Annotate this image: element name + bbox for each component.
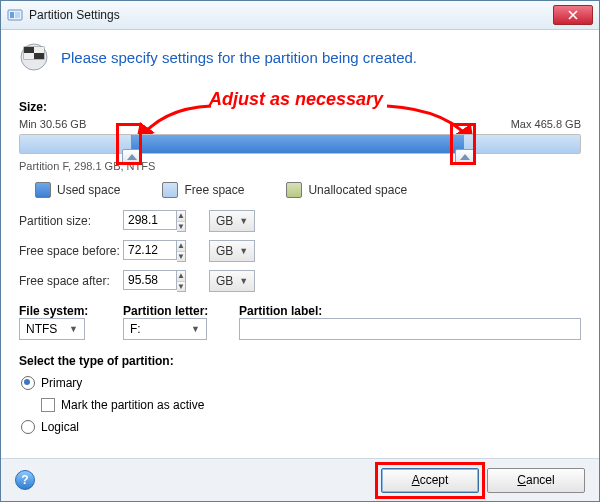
annotation-box-accept	[375, 462, 485, 499]
size-min: Min 30.56 GB	[19, 118, 86, 130]
radio-logical-input[interactable]	[21, 420, 35, 434]
checkbox-mark-active-label: Mark the partition as active	[61, 398, 204, 412]
annotation-box-left-handle	[116, 123, 142, 165]
swatch-unallocated	[286, 182, 302, 198]
svg-rect-1	[10, 12, 14, 18]
swatch-free	[162, 182, 178, 198]
partition-letter-select[interactable]: F:▼	[123, 318, 207, 340]
window-title: Partition Settings	[29, 8, 553, 22]
free-before-input[interactable]	[123, 240, 177, 260]
legend-unallocated: Unallocated space	[286, 182, 407, 198]
radio-primary-input[interactable]	[21, 376, 35, 390]
partition-letter-header: Partition letter:	[123, 304, 233, 318]
size-max: Max 465.8 GB	[511, 118, 581, 130]
instruction-text: Please specify settings for the partitio…	[61, 49, 417, 66]
titlebar: Partition Settings	[1, 1, 599, 30]
radio-logical-label: Logical	[41, 420, 79, 434]
app-icon	[7, 7, 23, 23]
partition-size-label: Partition size:	[19, 214, 123, 228]
checkbox-mark-active-input[interactable]	[41, 398, 55, 412]
file-system-select[interactable]: NTFS▼	[19, 318, 85, 340]
partition-label-input[interactable]	[239, 318, 581, 340]
radio-primary-label: Primary	[41, 376, 82, 390]
help-button[interactable]: ?	[15, 470, 35, 490]
legend-used: Used space	[35, 182, 120, 198]
partition-type-header: Select the type of partition:	[19, 354, 581, 368]
partition-label-header: Partition label:	[239, 304, 581, 318]
checkbox-mark-active[interactable]: Mark the partition as active	[41, 398, 581, 412]
legend-used-label: Used space	[57, 183, 120, 197]
free-after-input[interactable]	[123, 270, 177, 290]
radio-primary[interactable]: Primary	[21, 376, 581, 390]
partition-size-input[interactable]	[123, 210, 177, 230]
size-label: Size:	[19, 100, 581, 114]
free-after-spinner[interactable]: ▲▼	[177, 270, 186, 292]
partition-settings-window: Partition Settings Please specify settin…	[0, 0, 600, 502]
free-before-spinner[interactable]: ▲▼	[177, 240, 186, 262]
radio-logical[interactable]: Logical	[21, 420, 581, 434]
swatch-used	[35, 182, 51, 198]
free-after-unit[interactable]: GB▼	[209, 270, 255, 292]
free-after-label: Free space after:	[19, 274, 123, 288]
dialog-footer: ? Accept Cancel	[1, 458, 599, 501]
legend-free-label: Free space	[184, 183, 244, 197]
wizard-icon	[19, 42, 49, 72]
close-button[interactable]	[553, 5, 593, 25]
legend-free: Free space	[162, 182, 244, 198]
partition-size-spinner[interactable]: ▲▼	[177, 210, 186, 232]
cancel-button[interactable]: Cancel	[487, 468, 585, 493]
svg-rect-2	[15, 12, 20, 18]
annotation-box-right-handle	[450, 123, 476, 165]
partition-size-slider[interactable]	[19, 134, 581, 154]
free-before-label: Free space before:	[19, 244, 123, 258]
legend-unallocated-label: Unallocated space	[308, 183, 407, 197]
dialog-body: Please specify settings for the partitio…	[1, 30, 599, 458]
partition-description: Partition F, 298.1 GB, NTFS	[19, 160, 581, 172]
legend: Used space Free space Unallocated space	[19, 182, 581, 198]
file-system-header: File system:	[19, 304, 117, 318]
free-before-unit[interactable]: GB▼	[209, 240, 255, 262]
partition-size-unit[interactable]: GB▼	[209, 210, 255, 232]
